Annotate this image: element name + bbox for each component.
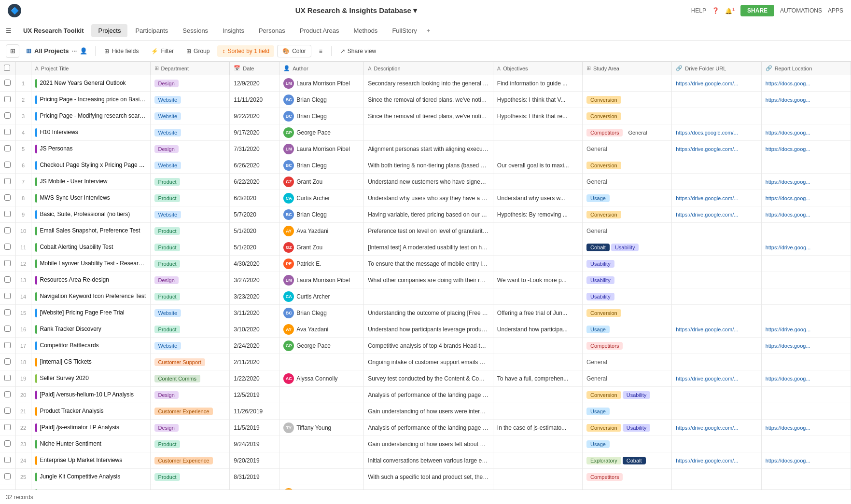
drive-url-cell[interactable] (672, 436, 761, 452)
report-url-cell[interactable]: https://docs.goog... (761, 141, 851, 157)
drive-url-cell[interactable]: https://docs.google.com/... (672, 124, 761, 141)
table-row[interactable]: 8MWS Sync User InterviewsProduct6/3/2020… (0, 190, 851, 206)
col-description[interactable]: A Description (364, 62, 493, 75)
project-title-cell[interactable]: Pricing Page - Increasing price on Basic… (31, 92, 150, 108)
table-row[interactable]: 12021 New Years General OutlookDesign12/… (0, 75, 851, 92)
row-checkbox-cell[interactable] (0, 370, 15, 387)
report-url-link[interactable]: https://docs.goog... (766, 458, 810, 463)
row-checkbox-cell[interactable] (0, 338, 15, 354)
drive-url-cell[interactable] (672, 354, 761, 370)
table-row[interactable]: 21Product Tracker AnalysisCustomer Exper… (0, 403, 851, 420)
help-text[interactable]: HELP (691, 7, 706, 14)
drive-url-cell[interactable] (672, 469, 761, 485)
drive-url-link[interactable]: https://drive.google.com/... (676, 425, 738, 431)
drive-url-link[interactable]: https://drive.google.com/... (676, 212, 738, 218)
report-url-link[interactable]: https://docs.goog... (766, 97, 810, 103)
drive-url-cell[interactable]: https://drive.google.com/... (672, 370, 761, 387)
table-row[interactable]: 2Pricing Page - Increasing price on Basi… (0, 92, 851, 108)
share-button[interactable]: SHARE (740, 5, 774, 16)
nav-tab-personas[interactable]: Personas (252, 24, 292, 37)
report-url-cell[interactable]: https://docs.goog... (761, 420, 851, 436)
nav-tab-insights[interactable]: Insights (216, 24, 251, 37)
report-url-link[interactable]: https://docs.goog... (766, 212, 810, 218)
row-checkbox-cell[interactable] (0, 452, 15, 469)
project-title-cell[interactable]: Germany (Localization) (31, 485, 150, 490)
row-checkbox-cell[interactable] (0, 75, 15, 92)
report-url-link[interactable]: https://docs.goog... (766, 81, 810, 86)
row-checkbox-cell[interactable] (0, 141, 15, 157)
drive-url-cell[interactable]: https://drive.google.com/... (672, 75, 761, 92)
row-checkbox[interactable] (4, 408, 11, 414)
drive-url-cell[interactable] (672, 223, 761, 239)
drive-url-cell[interactable] (672, 174, 761, 190)
report-url-cell[interactable] (761, 108, 851, 124)
row-checkbox-cell[interactable] (0, 436, 15, 452)
report-url-link[interactable]: https://docs.goog... (766, 179, 810, 185)
report-url-cell[interactable]: https://drive.goog... (761, 239, 851, 256)
drive-url-cell[interactable] (672, 403, 761, 420)
col-drive-url[interactable]: 🔗 Drive Folder URL (672, 62, 761, 75)
row-checkbox[interactable] (4, 342, 11, 348)
title-dropdown-icon[interactable]: ▾ (413, 6, 417, 15)
report-url-link[interactable]: https://docs.goog... (766, 195, 810, 201)
project-title-cell[interactable]: Pricing Page - Modifying research searc.… (31, 108, 150, 124)
table-row[interactable]: 3Pricing Page - Modifying research searc… (0, 108, 851, 124)
row-checkbox-cell[interactable] (0, 174, 15, 190)
row-checkbox-cell[interactable] (0, 256, 15, 272)
table-row[interactable]: 24Enterprise Up Market InterviewsCustome… (0, 452, 851, 469)
drive-url-cell[interactable]: https://drive.google.com/... (672, 452, 761, 469)
col-report[interactable]: 🔗 Report Location (761, 62, 851, 75)
report-url-link[interactable]: https://docs.goog... (766, 146, 810, 152)
row-checkbox[interactable] (4, 424, 11, 430)
col-objectives[interactable]: A Objectives (493, 62, 582, 75)
notification-icon[interactable]: 🔔1 (725, 7, 735, 14)
drive-url-cell[interactable] (672, 157, 761, 174)
drive-url-link[interactable]: https://drive.google.com/... (676, 146, 738, 152)
report-url-cell[interactable]: https://docs.goog... (761, 92, 851, 108)
table-row[interactable]: 25Jungle Kit Competitive AnalysisProduct… (0, 469, 851, 485)
col-checkbox[interactable] (0, 62, 15, 75)
report-url-cell[interactable] (761, 485, 851, 490)
row-checkbox[interactable] (4, 129, 11, 135)
sort-button[interactable]: ↕ Sorted by 1 field (217, 45, 274, 57)
nav-tab-product-areas[interactable]: Product Areas (293, 24, 346, 37)
share-view-button[interactable]: ↗ Share view (335, 45, 381, 57)
project-title-cell[interactable]: Enterprise Up Market Interviews (31, 452, 150, 469)
report-url-cell[interactable] (761, 288, 851, 305)
project-title-cell[interactable]: Niche Hunter Sentiment (31, 436, 150, 452)
row-checkbox[interactable] (4, 293, 11, 299)
table-row[interactable]: 14Navigation Keyword Icon Preference Tes… (0, 288, 851, 305)
drive-url-cell[interactable] (672, 305, 761, 321)
table-row[interactable]: 17Competitor BattlecardsWebsite2/24/2020… (0, 338, 851, 354)
report-url-cell[interactable]: https://docs.goog... (761, 206, 851, 223)
row-checkbox[interactable] (4, 227, 11, 233)
table-row[interactable]: 15[Website] Pricing Page Free TrialWebsi… (0, 305, 851, 321)
row-checkbox-cell[interactable] (0, 190, 15, 206)
row-checkbox[interactable] (4, 457, 11, 463)
col-date[interactable]: 📅 Date (230, 62, 279, 75)
nav-tab-fullstory[interactable]: FullStory (385, 24, 423, 37)
row-checkbox[interactable] (4, 375, 11, 381)
report-url-cell[interactable] (761, 256, 851, 272)
project-title-cell[interactable]: Cobalt Alerting Usability Test (31, 239, 150, 256)
project-title-cell[interactable]: Seller Survey 2020 (31, 370, 150, 387)
report-url-cell[interactable] (761, 157, 851, 174)
table-row[interactable]: 26Germany (Localization)Product8/19/2019… (0, 485, 851, 490)
table-row[interactable]: 12Mobile Layover Usability Test - Resear… (0, 256, 851, 272)
report-url-cell[interactable] (761, 272, 851, 288)
drive-url-cell[interactable] (672, 108, 761, 124)
project-title-cell[interactable]: Jungle Kit Competitive Analysis (31, 469, 150, 485)
table-row[interactable]: 5JS PersonasDesign7/31/2020LMLaura Morri… (0, 141, 851, 157)
row-checkbox[interactable] (4, 211, 11, 217)
report-url-link[interactable]: https://drive.goog... (766, 245, 811, 250)
drive-url-cell[interactable]: https://drive.google.com/... (672, 190, 761, 206)
project-title-cell[interactable]: JS Mobile - User Interview (31, 174, 150, 190)
nav-tab-participants[interactable]: Participants (128, 24, 175, 37)
report-url-cell[interactable] (761, 223, 851, 239)
row-checkbox[interactable] (4, 244, 11, 250)
table-row[interactable]: 23Niche Hunter SentimentProduct9/24/2019… (0, 436, 851, 452)
row-checkbox[interactable] (4, 112, 11, 119)
table-row[interactable]: 22[Paid] /js-estimator LP AnalysisDesign… (0, 420, 851, 436)
table-row[interactable]: 6Checkout Page Styling x Pricing Page T.… (0, 157, 851, 174)
drive-url-cell[interactable] (672, 288, 761, 305)
